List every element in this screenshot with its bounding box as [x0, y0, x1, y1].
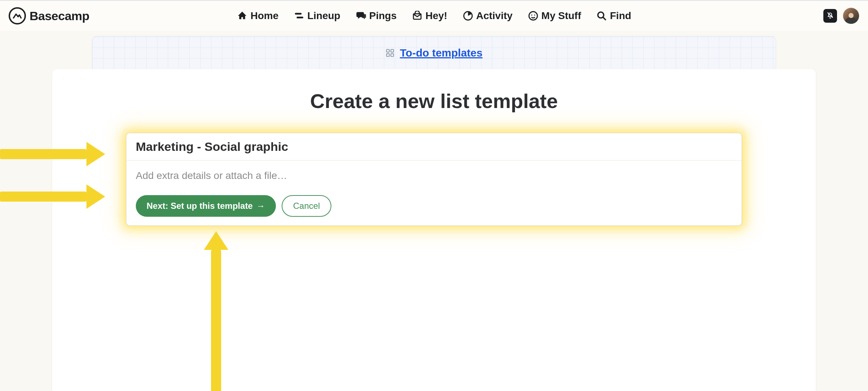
basecamp-logo-icon — [9, 7, 26, 24]
form-highlight-box: Next: Set up this template → Cancel — [126, 133, 742, 226]
notifications-button[interactable] — [823, 9, 837, 23]
svg-point-7 — [598, 12, 604, 18]
top-nav: Basecamp Home Lineup Pings Hey! — [0, 1, 868, 31]
nav-find-label: Find — [610, 10, 631, 22]
form-button-row: Next: Set up this template → Cancel — [126, 192, 742, 225]
main-card: Create a new list template Next: Set up … — [52, 69, 816, 391]
nav-activity-label: Activity — [476, 10, 513, 22]
nav-activity[interactable]: Activity — [462, 10, 513, 22]
nav-pings-label: Pings — [369, 10, 397, 22]
breadcrumb-todo-templates[interactable]: To-do templates — [400, 47, 482, 59]
nav-mystuff[interactable]: My Stuff — [528, 10, 581, 22]
pings-icon — [355, 10, 366, 21]
lineup-icon — [294, 10, 304, 21]
svg-rect-13 — [391, 54, 394, 57]
nav-hey-label: Hey! — [425, 10, 447, 22]
mystuff-icon — [528, 10, 538, 21]
page-title: Create a new list template — [81, 89, 787, 113]
breadcrumb-bar: To-do templates — [92, 36, 776, 70]
template-name-input[interactable] — [126, 133, 742, 161]
next-setup-template-button[interactable]: Next: Set up this template → — [136, 195, 276, 217]
nav-lineup-label: Lineup — [307, 10, 340, 22]
user-avatar[interactable] — [843, 8, 859, 24]
nav-home-label: Home — [250, 10, 278, 22]
svg-rect-1 — [296, 17, 303, 18]
nav-center: Home Lineup Pings Hey! Activity — [237, 10, 631, 22]
nav-home[interactable]: Home — [237, 10, 278, 22]
svg-rect-0 — [295, 13, 302, 15]
next-button-label: Next: Set up this template — [147, 201, 253, 211]
nav-mystuff-label: My Stuff — [541, 10, 581, 22]
svg-point-6 — [534, 14, 535, 15]
activity-icon — [462, 10, 473, 21]
template-form: Next: Set up this template → Cancel — [126, 133, 742, 226]
nav-right — [823, 8, 859, 24]
template-details-input[interactable] — [126, 161, 742, 191]
nav-lineup[interactable]: Lineup — [294, 10, 340, 22]
brand-name: Basecamp — [30, 9, 89, 23]
svg-point-4 — [529, 12, 537, 20]
svg-rect-12 — [387, 54, 390, 57]
cancel-button[interactable]: Cancel — [282, 195, 332, 217]
bell-off-icon — [826, 11, 834, 21]
svg-point-5 — [531, 14, 532, 15]
svg-line-8 — [603, 17, 606, 20]
templates-grid-icon — [385, 48, 395, 58]
find-icon — [596, 10, 607, 21]
svg-rect-10 — [387, 49, 390, 52]
hey-icon — [412, 10, 422, 21]
svg-rect-11 — [391, 49, 394, 52]
brand-logo[interactable]: Basecamp — [9, 7, 89, 24]
home-icon — [237, 10, 247, 21]
nav-find[interactable]: Find — [596, 10, 631, 22]
nav-hey[interactable]: Hey! — [412, 10, 447, 22]
nav-pings[interactable]: Pings — [355, 10, 397, 22]
arrow-right-icon: → — [256, 201, 265, 211]
